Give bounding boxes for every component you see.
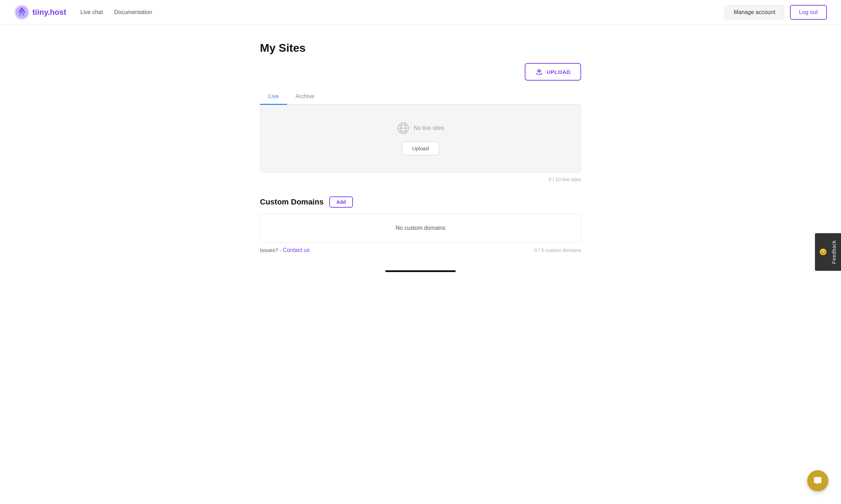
chat-button[interactable] <box>807 470 828 491</box>
no-domains-text: No custom domains <box>395 225 445 231</box>
nav-documentation[interactable]: Documentation <box>114 9 152 15</box>
logo-area: tiiny.host <box>14 5 66 20</box>
manage-account-button[interactable]: Manage account <box>725 5 784 19</box>
main-content: My Sites UPLOAD Live Archive <box>251 25 590 289</box>
upload-cloud-icon <box>535 68 543 76</box>
feedback-tab[interactable]: Feedback 😊 <box>815 233 841 271</box>
header-actions: Manage account Log out <box>725 5 827 20</box>
sites-empty-state: No live sites Upload <box>260 105 581 172</box>
custom-domains-header: Custom Domains Add <box>260 196 581 208</box>
nav-live-chat[interactable]: Live chat <box>80 9 103 15</box>
upload-inner-button[interactable]: Upload <box>402 141 439 155</box>
chat-icon <box>813 476 823 486</box>
globe-icon <box>397 122 410 134</box>
sites-count: 0 / 10 live sites <box>260 177 581 182</box>
add-domain-button[interactable]: Add <box>329 196 353 208</box>
issues-label: Issues? - <box>260 247 283 253</box>
issues-row: Issues? - Contact us 0 / 5 custom domain… <box>260 247 581 253</box>
custom-domains-title: Custom Domains <box>260 197 324 207</box>
scroll-bar <box>385 270 456 272</box>
tab-archive[interactable]: Archive <box>287 89 323 105</box>
upload-row: UPLOAD <box>260 63 581 81</box>
upload-button[interactable]: UPLOAD <box>525 63 581 81</box>
live-panel: No live sites Upload <box>260 105 581 172</box>
no-sites-label: No live sites <box>414 125 444 131</box>
no-sites-container: No live sites Upload <box>397 122 444 155</box>
logo-text: tiiny.host <box>32 8 66 17</box>
contact-us-link[interactable]: Contact us <box>283 247 310 253</box>
no-sites-text: No live sites <box>397 122 444 134</box>
tab-live[interactable]: Live <box>260 89 287 105</box>
page-title: My Sites <box>260 42 581 55</box>
logo-icon <box>14 5 30 20</box>
feedback-label: Feedback <box>831 240 837 264</box>
domains-panel: No custom domains <box>260 213 581 243</box>
logout-button[interactable]: Log out <box>790 5 827 20</box>
nav-links: Live chat Documentation <box>80 9 725 15</box>
feedback-emoji: 😊 <box>819 248 827 256</box>
issues-text-container: Issues? - Contact us <box>260 247 310 253</box>
scroll-indicator <box>260 270 581 272</box>
tabs: Live Archive <box>260 89 581 105</box>
domains-count: 0 / 5 custom domains <box>534 247 581 253</box>
upload-button-label: UPLOAD <box>547 69 571 75</box>
header: tiiny.host Live chat Documentation Manag… <box>0 0 841 25</box>
